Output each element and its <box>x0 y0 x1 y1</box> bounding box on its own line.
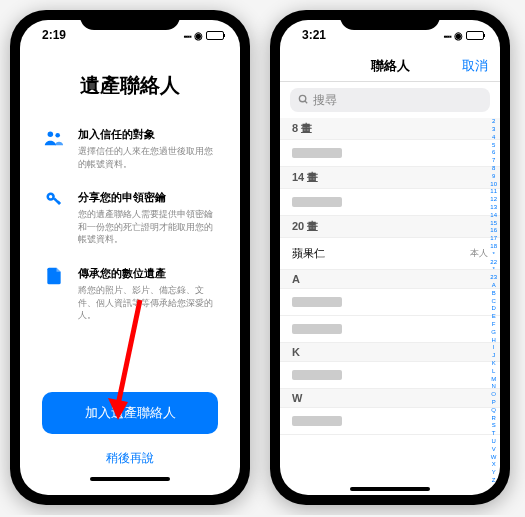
index-letter[interactable]: 14 <box>490 212 497 220</box>
contact-sections: 8 畫14 畫20 畫蘋果仁本人AKW <box>280 118 500 435</box>
feature-title: 分享您的申領密鑰 <box>78 190 218 205</box>
index-letter[interactable]: 3 <box>490 126 497 134</box>
index-letter[interactable]: H <box>490 337 497 345</box>
index-letter[interactable]: 5 <box>490 142 497 150</box>
cancel-button[interactable]: 取消 <box>462 57 488 75</box>
index-letter[interactable]: 8 <box>490 165 497 173</box>
phone-right: 3:21 聯絡人 取消 8 畫14 畫20 畫蘋果仁本人AKW 12345678… <box>270 10 510 505</box>
home-indicator <box>350 487 430 491</box>
index-letter[interactable]: U <box>490 438 497 446</box>
feature-title: 加入信任的對象 <box>78 127 218 142</box>
section-header: 20 畫 <box>280 216 500 238</box>
screen-right: 3:21 聯絡人 取消 8 畫14 畫20 畫蘋果仁本人AKW 12345678… <box>280 20 500 495</box>
index-letter[interactable]: W <box>490 454 497 462</box>
index-letter[interactable]: C <box>490 298 497 306</box>
index-letter[interactable]: 13 <box>490 204 497 212</box>
search-input[interactable] <box>313 93 482 107</box>
contact-row[interactable] <box>280 316 500 343</box>
index-letter[interactable]: K <box>490 360 497 368</box>
index-letter[interactable]: 23 <box>490 274 497 282</box>
index-letter[interactable]: 4 <box>490 134 497 142</box>
wifi-icon <box>194 28 203 42</box>
battery-icon <box>466 31 484 40</box>
index-letter[interactable]: Q <box>490 407 497 415</box>
feature-desc: 您的遺產聯絡人需要提供申領密鑰和一份您的死亡證明才能取用您的帳號資料。 <box>78 208 218 246</box>
content: 遺產聯絡人 加入信任的對象 選擇信任的人來在您過世後取用您的帳號資料。 <box>20 50 240 495</box>
index-letter[interactable]: N <box>490 383 497 391</box>
screen-left: 2:19 遺產聯絡人 加入信任的對象 選擇信任的人來在您過世後取用您的帳號資料。 <box>20 20 240 495</box>
contact-name-redacted <box>292 148 342 158</box>
contact-row[interactable] <box>280 140 500 167</box>
index-letter[interactable]: 6 <box>490 149 497 157</box>
svg-point-3 <box>49 195 52 198</box>
svg-point-0 <box>48 132 54 138</box>
contact-name-redacted <box>292 197 342 207</box>
notch <box>80 10 180 30</box>
index-letter[interactable]: 9 <box>490 173 497 181</box>
index-letter[interactable]: P <box>490 399 497 407</box>
index-letter[interactable]: B <box>490 290 497 298</box>
home-indicator <box>90 477 170 481</box>
section-header: A <box>280 270 500 289</box>
index-letter[interactable]: V <box>490 446 497 454</box>
index-letter[interactable]: * <box>490 251 497 259</box>
signal-icon <box>184 28 191 42</box>
section-header: W <box>280 389 500 408</box>
index-letter[interactable]: L <box>490 368 497 376</box>
contact-name-redacted <box>292 370 342 380</box>
contact-list[interactable]: 8 畫14 畫20 畫蘋果仁本人AKW 12345678910111213141… <box>280 118 500 485</box>
index-letter[interactable]: 16 <box>490 227 497 235</box>
feature-item: 分享您的申領密鑰 您的遺產聯絡人需要提供申領密鑰和一份您的死亡證明才能取用您的帳… <box>42 190 218 246</box>
contact-name-text: 蘋果仁 <box>292 246 325 261</box>
index-letter[interactable]: 12 <box>490 196 497 204</box>
index-letter[interactable]: G <box>490 329 497 337</box>
battery-icon <box>206 31 224 40</box>
index-letter[interactable]: 7 <box>490 157 497 165</box>
index-letter[interactable]: J <box>490 352 497 360</box>
contact-name-redacted <box>292 324 342 334</box>
svg-line-7 <box>305 100 307 102</box>
contact-tag: 本人 <box>470 247 488 260</box>
section-header: K <box>280 343 500 362</box>
index-letter[interactable]: 15 <box>490 220 497 228</box>
later-button[interactable]: 稍後再說 <box>42 442 218 475</box>
add-legacy-contact-button[interactable]: 加入遺產聯絡人 <box>42 392 218 434</box>
index-letter[interactable]: D <box>490 305 497 313</box>
index-letter[interactable]: 11 <box>490 188 497 196</box>
index-letter[interactable]: 17 <box>490 235 497 243</box>
contact-row[interactable] <box>280 408 500 435</box>
index-letter[interactable]: I <box>490 344 497 352</box>
index-letter[interactable]: O <box>490 391 497 399</box>
index-letter[interactable]: X <box>490 461 497 469</box>
index-letter[interactable]: A <box>490 282 497 290</box>
index-letter[interactable]: * <box>490 266 497 274</box>
index-letter[interactable]: T <box>490 430 497 438</box>
index-letter[interactable]: Z <box>490 477 497 485</box>
index-letter[interactable]: M <box>490 376 497 384</box>
contact-name-redacted <box>292 416 342 426</box>
nav-bar: 聯絡人 取消 <box>280 50 500 82</box>
status-icons <box>184 28 224 42</box>
index-letter[interactable]: 22 <box>490 259 497 267</box>
signal-icon <box>444 28 451 42</box>
index-letter[interactable]: S <box>490 422 497 430</box>
index-letter[interactable]: Y <box>490 469 497 477</box>
feature-list: 加入信任的對象 選擇信任的人來在您過世後取用您的帳號資料。 分享您的申領密鑰 您… <box>42 127 218 392</box>
search-bar[interactable] <box>290 88 490 112</box>
index-letter[interactable]: 10 <box>490 181 497 189</box>
index-letter[interactable]: F <box>490 321 497 329</box>
index-letter[interactable]: E <box>490 313 497 321</box>
index-letter[interactable]: 18 <box>490 243 497 251</box>
contact-row[interactable] <box>280 289 500 316</box>
search-icon <box>298 94 309 107</box>
contact-row[interactable] <box>280 189 500 216</box>
feature-title: 傳承您的數位遺產 <box>78 266 218 281</box>
index-bar[interactable]: 123456789101112131415161718*22*23 ABCDEF… <box>488 118 499 485</box>
svg-point-6 <box>299 95 305 101</box>
contact-row[interactable]: 蘋果仁本人 <box>280 238 500 270</box>
feature-item: 加入信任的對象 選擇信任的人來在您過世後取用您的帳號資料。 <box>42 127 218 170</box>
index-letter[interactable]: 2 <box>490 118 497 126</box>
contact-row[interactable] <box>280 362 500 389</box>
phone-left: 2:19 遺產聯絡人 加入信任的對象 選擇信任的人來在您過世後取用您的帳號資料。 <box>10 10 250 505</box>
index-letter[interactable]: R <box>490 415 497 423</box>
